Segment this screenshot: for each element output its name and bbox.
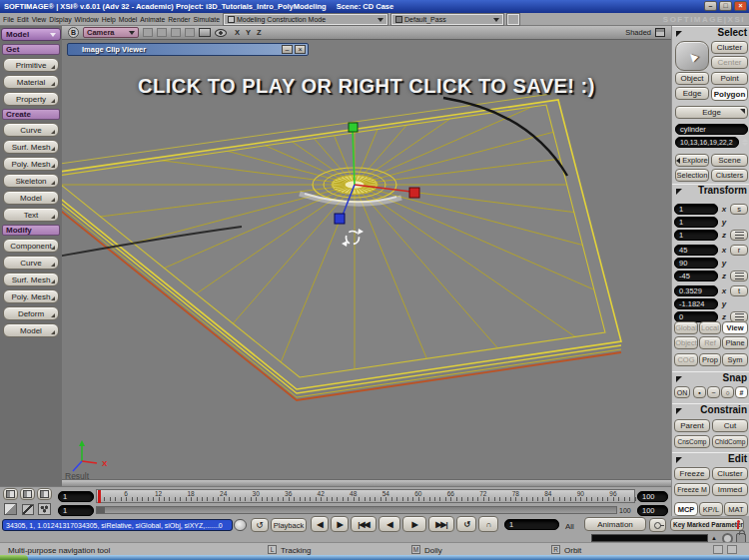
components-spinner[interactable]	[741, 137, 749, 148]
menu-display[interactable]: Display	[49, 16, 71, 23]
edit-freeze-button[interactable]: Freeze	[674, 467, 710, 480]
translate-z-handle[interactable]	[335, 214, 345, 224]
playback-options-button[interactable]: Playback	[271, 518, 307, 532]
audio-toggle-button[interactable]: ∩	[478, 516, 498, 532]
camera-memo-button-4[interactable]	[185, 28, 195, 37]
key-marked-parameters-button[interactable]: Key Marked Parameters	[670, 518, 744, 531]
construction-mode-dropdown[interactable]: Modeling Construction Mode	[224, 14, 387, 25]
rotate-menu-button[interactable]	[730, 271, 748, 281]
tab-mcp[interactable]: MCP	[674, 502, 698, 516]
point-button[interactable]: Point	[711, 72, 748, 85]
translate-tool-button[interactable]: t	[730, 285, 748, 296]
menu-render[interactable]: Render	[168, 16, 190, 23]
previous-frame-button[interactable]: ◀	[311, 516, 329, 532]
layout-preset-button-1[interactable]	[3, 488, 18, 500]
point-snap-icon[interactable]: ▪	[693, 386, 706, 398]
mode-object-button[interactable]: Object	[674, 336, 698, 349]
menu-model[interactable]: Model	[119, 16, 138, 23]
menu-button-modify-poly-mesh[interactable]: Poly. Mesh	[3, 289, 59, 303]
slider-up-icon[interactable]: ▲	[711, 533, 719, 542]
title-bar[interactable]: SOFTIMAGE® | XSI® v.6.01 (Adv 32 - Acade…	[0, 0, 749, 13]
tab-kp-l[interactable]: KP/L	[699, 502, 723, 516]
menu-button-get-material[interactable]: Material	[3, 75, 59, 89]
selection-filter-dropdown[interactable]: Edge	[675, 106, 748, 119]
minimize-button[interactable]: –	[704, 1, 717, 11]
menu-button-get-primitive[interactable]: Primitive	[3, 58, 59, 72]
go-to-start-button[interactable]: |◀◀	[351, 516, 376, 532]
next-frame-button[interactable]: ▶	[331, 516, 349, 532]
menu-button-modify-surf-mesh[interactable]: Surf. Mesh	[3, 273, 59, 286]
polygon-button[interactable]: Polygon	[711, 87, 748, 101]
image-clips-icon[interactable]	[4, 503, 17, 515]
clip-close-button[interactable]: ×	[295, 45, 306, 54]
camera-view-dropdown[interactable]: Camera	[83, 27, 139, 38]
loop-toggle-button[interactable]: ↺	[456, 516, 476, 532]
model-menu-button[interactable]: Model	[1, 28, 61, 41]
visibility-icon[interactable]	[215, 29, 227, 37]
range-slider[interactable]	[96, 506, 617, 514]
menu-button-create-model[interactable]: Model	[3, 191, 59, 205]
mode-local-button[interactable]: Local	[699, 321, 721, 334]
menu-button-modify-component[interactable]: Component	[3, 239, 59, 253]
clusters-button[interactable]: Clusters	[711, 169, 748, 182]
mode-global-button[interactable]: Global	[674, 321, 698, 334]
mode-view-button[interactable]: View	[722, 321, 748, 334]
edit-freeze-m-button[interactable]: Freeze M	[674, 483, 710, 496]
mode-sym-button[interactable]: Sym	[722, 353, 748, 366]
status-tray-icon[interactable]	[727, 545, 737, 554]
end-frame-field[interactable]: 100	[637, 491, 668, 502]
menu-edit[interactable]: Edit	[17, 16, 29, 23]
viewport-b[interactable]: X B Camera X Y Z Shaded Image Clip Viewe…	[62, 26, 671, 486]
menu-animate[interactable]: Animate	[140, 16, 165, 23]
edit-immed-button[interactable]: Immed	[712, 483, 748, 496]
transform-translate-y-field[interactable]: -1.1824	[674, 298, 718, 309]
rotate-tool-button[interactable]: r	[730, 245, 748, 256]
script-expand-icon[interactable]	[234, 519, 247, 531]
pass-options-button[interactable]	[507, 14, 519, 25]
edit-cluster-button[interactable]: Cluster	[712, 467, 748, 480]
camera-memo-button-3[interactable]	[171, 28, 181, 37]
mode-cog-button[interactable]: COG	[674, 353, 698, 366]
layout-preset-button-2[interactable]	[20, 488, 35, 500]
range-start-field[interactable]: 1	[58, 505, 94, 516]
video-overlay-text[interactable]: CLICK TO PLAY OR RIGHT CLICK TO SAVE! :)	[62, 75, 671, 98]
object-button[interactable]: Object	[675, 72, 709, 85]
menu-help[interactable]: Help	[102, 16, 116, 23]
menu-button-modify-model[interactable]: Model	[3, 323, 59, 337]
curve-snap-icon[interactable]: ~	[707, 386, 720, 398]
menu-button-create-curve[interactable]: Curve	[3, 123, 59, 137]
menu-window[interactable]: Window	[75, 16, 99, 23]
menu-file[interactable]: File	[3, 16, 14, 23]
mode-ref-button[interactable]: Ref	[699, 336, 721, 349]
menu-button-get-property[interactable]: Property	[3, 92, 59, 106]
constrain-chldcomp-button[interactable]: ChldComp	[712, 435, 748, 448]
display-mode-label[interactable]: Shaded	[625, 28, 651, 37]
transform-rotate-x-field[interactable]: 45	[674, 245, 718, 256]
script-log-field[interactable]: 34305, 1, 1.01241317034305, siRelative, …	[2, 519, 233, 531]
menu-button-create-text[interactable]: Text	[3, 208, 59, 222]
playback-frame-field[interactable]: 1	[504, 519, 559, 530]
ring-snap-icon[interactable]: ○	[721, 386, 734, 398]
go-to-end-button[interactable]: ▶▶|	[428, 516, 454, 532]
scale-tool-button[interactable]: s	[730, 204, 748, 215]
play-forward-button[interactable]: ▶	[402, 516, 426, 532]
translate-x-handle[interactable]	[409, 188, 419, 198]
status-tray-icon[interactable]	[713, 545, 723, 554]
selected-components-field[interactable]: 10,13,16,19,22,2	[675, 137, 739, 148]
cluster-button[interactable]: Cluster	[711, 41, 748, 54]
selection-button[interactable]: Selection	[675, 169, 709, 182]
render-pass-dropdown[interactable]: Default_Pass	[391, 14, 503, 25]
selection-name-field[interactable]: cylinder	[675, 124, 748, 135]
pen-icon[interactable]	[22, 504, 34, 515]
mode-prop-button[interactable]: Prop	[699, 353, 721, 366]
pick-tool-button[interactable]: ▲	[675, 41, 709, 71]
viewport-letter-button[interactable]: B	[68, 27, 79, 38]
clip-minimize-button[interactable]: –	[282, 45, 293, 54]
update-icon-button[interactable]: ↺	[251, 518, 269, 532]
close-button[interactable]: ×	[734, 1, 747, 11]
camera-memo-button-2[interactable]	[157, 28, 167, 37]
transform-rotate-y-field[interactable]: 90	[674, 258, 718, 269]
transform-translate-x-field[interactable]: 0.3529	[674, 285, 718, 296]
key-button[interactable]	[649, 518, 666, 532]
layout-preset-button-3[interactable]	[37, 488, 52, 500]
